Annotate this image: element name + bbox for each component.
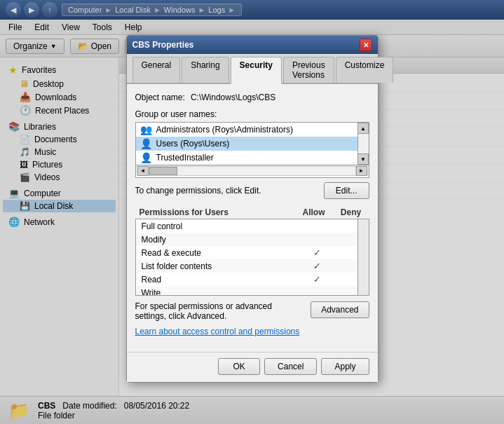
cbs-properties-dialog: CBS Properties ✕ General Sharing Securit… (126, 35, 379, 383)
change-perm-text: To change permissions, click Edit. (135, 186, 261, 196)
apply-button[interactable]: Apply (321, 358, 369, 375)
dialog-footer: OK Cancel Apply (127, 352, 378, 382)
dialog-content: Object name: C:\Windows\Logs\CBS Group o… (127, 84, 378, 352)
tab-security[interactable]: Security (231, 57, 282, 84)
dialog-close-button[interactable]: ✕ (360, 39, 372, 51)
user-row-administrators[interactable]: 👥 Administrators (Roys\Administrators) (136, 123, 357, 137)
advanced-button[interactable]: Advanced (311, 301, 369, 318)
object-name-label: Object name: (135, 93, 185, 102)
user-name: Administrators (Roys\Administrators) (156, 125, 293, 135)
h-scroll-track (149, 166, 356, 176)
deny-column-header: Deny (337, 207, 365, 217)
horizontal-scrollbar: ◄ ► (136, 165, 369, 176)
group-label: Group or user names: (135, 109, 369, 119)
change-permissions-row: To change permissions, click Edit. Edit.… (135, 182, 369, 199)
perm-row-read-execute: Read & execute ✓ (136, 246, 369, 259)
user-icon: 👥 (140, 124, 152, 135)
perm-row-fullcontrol: Full control (136, 219, 369, 233)
dialog-tabs: General Sharing Security Previous Versio… (127, 54, 378, 84)
perm-scrollbar[interactable] (357, 219, 369, 295)
dialog-overlay: CBS Properties ✕ General Sharing Securit… (0, 0, 504, 424)
perm-row-list-folder: List folder contents ✓ (136, 259, 369, 273)
scroll-track (358, 134, 368, 153)
users-items: 👥 Administrators (Roys\Administrators) 👤… (136, 123, 357, 165)
object-name-row: Object name: C:\Windows\Logs\CBS (135, 93, 369, 102)
h-scroll-thumb[interactable] (149, 167, 177, 175)
user-icon: 👤 (140, 138, 152, 149)
user-row-trustedinstaller[interactable]: 👤 TrustedInstaller (136, 151, 357, 165)
user-icon: 👤 (140, 152, 152, 163)
advanced-text: For special permissions or advanced sett… (135, 301, 306, 321)
dialog-title-bar: CBS Properties ✕ (127, 36, 378, 54)
permissions-list: Full control Modify Read & execute ✓ (135, 219, 369, 296)
users-scrollbar: ▲ ▼ (357, 123, 369, 165)
scroll-up-button[interactable]: ▲ (357, 123, 369, 134)
ok-button[interactable]: OK (218, 358, 260, 375)
allow-column-header: Allow (297, 207, 332, 217)
scroll-down-button[interactable]: ▼ (357, 153, 369, 165)
object-name-value: C:\Windows\Logs\CBS (191, 93, 275, 102)
user-name: Users (Roys\Users) (156, 139, 230, 149)
dialog-title: CBS Properties (132, 40, 194, 50)
advanced-section: For special permissions or advanced sett… (135, 301, 369, 321)
user-row-users[interactable]: 👤 Users (Roys\Users) (136, 137, 357, 151)
perm-row-read: Read ✓ (136, 273, 369, 286)
users-list: 👥 Administrators (Roys\Administrators) 👤… (135, 122, 369, 178)
cancel-button[interactable]: Cancel (264, 358, 317, 375)
scroll-left-button[interactable]: ◄ (137, 166, 149, 176)
learn-link[interactable]: Learn about access control and permissio… (135, 327, 369, 336)
tab-previous-versions[interactable]: Previous Versions (283, 57, 334, 83)
tab-sharing[interactable]: Sharing (182, 57, 229, 83)
edit-button[interactable]: Edit... (324, 182, 369, 199)
perm-row-write: Write (136, 286, 369, 296)
user-name: TrustedInstaller (156, 153, 214, 163)
permissions-label: Permissions for Users (139, 207, 229, 217)
tab-customize[interactable]: Customize (336, 57, 394, 83)
users-scroll: 👥 Administrators (Roys\Administrators) 👤… (136, 123, 369, 165)
perm-row-modify: Modify (136, 233, 369, 246)
permissions-section: Permissions for Users Allow Deny Full co… (135, 206, 369, 296)
permissions-header: Permissions for Users Allow Deny (135, 206, 369, 219)
scroll-right-button[interactable]: ► (356, 166, 367, 176)
tab-general[interactable]: General (132, 57, 181, 83)
